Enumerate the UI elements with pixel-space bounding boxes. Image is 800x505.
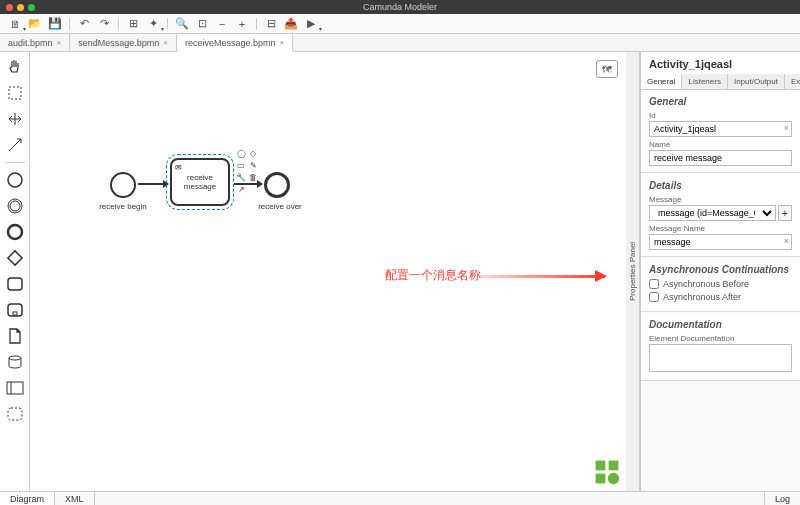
run-button[interactable]: ▶: [302, 16, 320, 32]
data-object-tool[interactable]: [4, 325, 26, 347]
sequence-flow[interactable]: [234, 183, 262, 185]
participant-tool[interactable]: [4, 377, 26, 399]
toggle-button[interactable]: ⊟: [262, 16, 280, 32]
group-title: General: [649, 96, 792, 107]
close-icon[interactable]: ×: [163, 38, 168, 47]
task-tool[interactable]: [4, 273, 26, 295]
tab-label: receiveMessage.bpmn: [185, 38, 276, 48]
zoom-in-button[interactable]: +: [233, 16, 251, 32]
hand-tool[interactable]: [4, 56, 26, 78]
tab-receivemessage[interactable]: receiveMessage.bpmn ×: [177, 34, 293, 52]
start-event-tool[interactable]: [4, 169, 26, 191]
start-event-label: receive begin: [93, 202, 153, 211]
end-event-label: receive over: [250, 202, 310, 211]
message-icon: ✉: [175, 163, 182, 172]
align-button[interactable]: ⊞: [124, 16, 142, 32]
documentation-textarea[interactable]: [649, 344, 792, 372]
footer-log-button[interactable]: Log: [764, 492, 800, 505]
connect-icon[interactable]: ↗: [236, 184, 246, 194]
properties-panel: Activity_1jqeasl General Listeners Input…: [640, 52, 800, 491]
group-title: Asynchronous Continuations: [649, 264, 792, 275]
doc-label: Element Documentation: [649, 334, 792, 343]
receive-task[interactable]: ✉ receive message: [170, 158, 230, 206]
main-toolbar: 🗎 📂 💾 ↶ ↷ ⊞ ✦ 🔍 ⊡ − + ⊟ 📤 ▶: [0, 14, 800, 34]
window-close-button[interactable]: [6, 4, 13, 11]
redo-button[interactable]: ↷: [95, 16, 113, 32]
svg-rect-12: [8, 408, 22, 420]
footer-tab-diagram[interactable]: Diagram: [0, 492, 55, 505]
subprocess-tool[interactable]: [4, 299, 26, 321]
zoom-out-button[interactable]: −: [213, 16, 231, 32]
tab-listeners[interactable]: Listeners: [682, 74, 727, 89]
group-title: Documentation: [649, 319, 792, 330]
distribute-button[interactable]: ✦: [144, 16, 162, 32]
undo-button[interactable]: ↶: [75, 16, 93, 32]
id-label: Id: [649, 111, 792, 120]
search-button[interactable]: 🔍: [173, 16, 191, 32]
append-gateway-icon[interactable]: ◇: [248, 148, 258, 158]
clear-icon[interactable]: ×: [784, 123, 789, 133]
async-before-checkbox[interactable]: Asynchronous Before: [649, 279, 792, 289]
tab-general[interactable]: General: [641, 74, 682, 89]
data-store-tool[interactable]: [4, 351, 26, 373]
app-title: Camunda Modeler: [363, 2, 437, 12]
minimap-toggle[interactable]: 🗺: [596, 60, 618, 78]
save-button[interactable]: 💾: [46, 16, 64, 32]
footer-tab-xml[interactable]: XML: [55, 492, 95, 505]
wrench-icon[interactable]: 🔧: [236, 172, 246, 182]
group-tool[interactable]: [4, 403, 26, 425]
tab-sendmessage[interactable]: sendMessage.bpmn ×: [70, 34, 177, 51]
start-event[interactable]: [110, 172, 136, 198]
bpmn-logo: [594, 459, 620, 485]
properties-tabs: General Listeners Input/Output Extensi ›: [641, 74, 800, 90]
file-tabs: audit.bpmn × sendMessage.bpmn × receiveM…: [0, 34, 800, 52]
end-event-tool[interactable]: [4, 221, 26, 243]
svg-point-1: [8, 173, 22, 187]
async-after-checkbox[interactable]: Asynchronous After: [649, 292, 792, 302]
sequence-flow[interactable]: [138, 183, 168, 185]
task-label: receive message: [174, 173, 226, 191]
append-task-icon[interactable]: ▭: [236, 160, 246, 170]
lasso-tool[interactable]: [4, 82, 26, 104]
deploy-button[interactable]: 📤: [282, 16, 300, 32]
footer: Diagram XML Log: [0, 491, 800, 505]
properties-title: Activity_1jqeasl: [641, 52, 800, 74]
close-icon[interactable]: ×: [57, 38, 62, 47]
context-pad: ◯ ◇ ▭ ✎ 🔧 🗑 ↗: [236, 148, 258, 194]
svg-rect-14: [609, 461, 619, 471]
append-event-icon[interactable]: ◯: [236, 148, 246, 158]
zoom-reset-button[interactable]: ⊡: [193, 16, 211, 32]
message-name-input[interactable]: [649, 234, 792, 250]
svg-point-4: [8, 225, 22, 239]
id-input[interactable]: [649, 121, 792, 137]
tab-label: sendMessage.bpmn: [78, 38, 159, 48]
group-documentation: Documentation Element Documentation: [641, 313, 800, 381]
annotation-icon[interactable]: ✎: [248, 160, 258, 170]
name-label: Name: [649, 140, 792, 149]
intermediate-event-tool[interactable]: [4, 195, 26, 217]
group-async: Asynchronous Continuations Asynchronous …: [641, 258, 800, 312]
new-file-button[interactable]: 🗎: [6, 16, 24, 32]
svg-point-3: [10, 201, 20, 211]
annotation-arrow: [480, 275, 605, 278]
diagram-canvas[interactable]: 🗺 receive begin ✉ receive message ◯ ◇ ▭ …: [30, 52, 626, 491]
clear-icon[interactable]: ×: [784, 236, 789, 246]
tab-extensions[interactable]: Extensi: [785, 74, 800, 89]
svg-rect-0: [9, 87, 21, 99]
window-maximize-button[interactable]: [28, 4, 35, 11]
group-general: General Id × Name: [641, 90, 800, 173]
open-file-button[interactable]: 📂: [26, 16, 44, 32]
add-message-button[interactable]: +: [778, 205, 792, 221]
space-tool[interactable]: [4, 108, 26, 130]
end-event[interactable]: [264, 172, 290, 198]
svg-rect-6: [8, 278, 22, 290]
tab-audit[interactable]: audit.bpmn ×: [0, 34, 70, 51]
message-select[interactable]: message (id=Message_09yhkma): [649, 205, 776, 221]
window-minimize-button[interactable]: [17, 4, 24, 11]
gateway-tool[interactable]: [4, 247, 26, 269]
tab-inputoutput[interactable]: Input/Output: [728, 74, 785, 89]
name-input[interactable]: [649, 150, 792, 166]
close-icon[interactable]: ×: [279, 38, 284, 47]
connect-tool[interactable]: [4, 134, 26, 156]
properties-panel-toggle[interactable]: Properties Panel: [626, 52, 640, 491]
